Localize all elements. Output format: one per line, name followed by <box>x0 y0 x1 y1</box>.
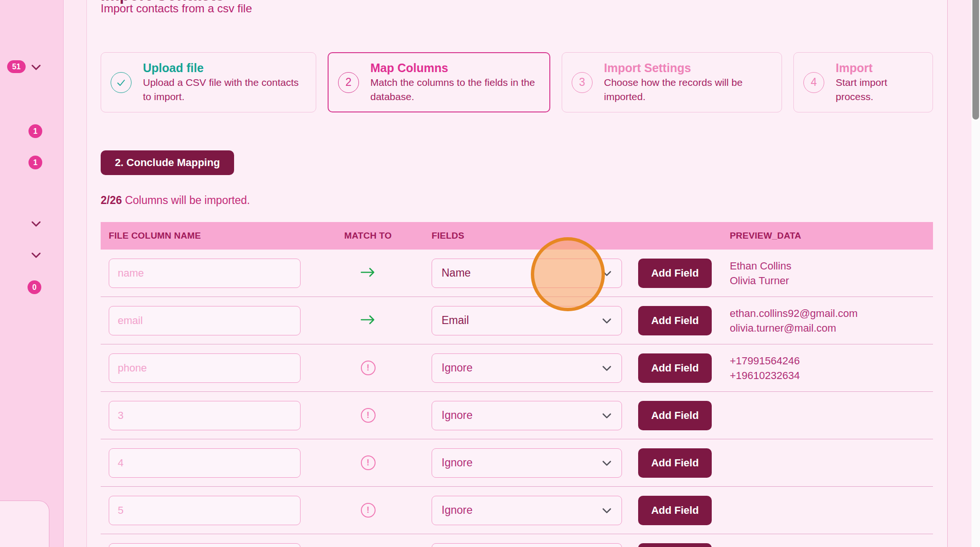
field-select-value: Ignore <box>442 504 472 517</box>
step-text: Upload file Upload a CSV file with the c… <box>143 61 306 104</box>
table-row: ! Ignore Add Field <box>101 392 933 439</box>
column-name-input[interactable] <box>109 543 301 547</box>
chevron-down-icon[interactable] <box>30 250 42 261</box>
preview-cell: +17991564246+19610232634 <box>718 353 933 383</box>
step-import[interactable]: 4 Import Start import process. <box>793 52 933 112</box>
field-select-value: Ignore <box>442 362 472 374</box>
match-warning-icon: ! <box>361 361 376 375</box>
chevron-down-icon[interactable] <box>30 218 42 230</box>
table-row: ! Ignore Add Field <box>101 439 933 487</box>
step-number-icon: 3 <box>572 72 593 93</box>
scrollbar[interactable] <box>971 0 980 547</box>
header-match-to: MATCH TO <box>309 231 427 241</box>
field-select[interactable]: Ignore <box>432 401 622 430</box>
add-field-button[interactable]: Add Field <box>638 306 712 335</box>
match-warning-icon: ! <box>361 503 376 518</box>
add-field-button[interactable]: Add Field <box>638 401 712 430</box>
add-field-button[interactable]: Add Field <box>638 259 712 288</box>
step-title: Map Columns <box>370 61 540 75</box>
sidebar-item-badge: 1 <box>28 124 42 138</box>
column-name-input[interactable] <box>109 448 301 478</box>
field-select[interactable]: Ignore <box>432 496 622 525</box>
match-cell: ! <box>309 314 427 327</box>
step-title: Import <box>836 61 923 75</box>
chevron-down-icon <box>601 409 613 422</box>
step-number-icon: 2 <box>338 72 359 93</box>
step-text: Import Start import process. <box>836 61 923 104</box>
add-field-button[interactable]: Add Field <box>638 353 712 383</box>
table-header-row: FILE COLUMN NAME MATCH TO FIELDS PREVIEW… <box>101 222 933 250</box>
match-cell: ! <box>309 455 427 470</box>
header-fields: FIELDS <box>427 231 638 241</box>
table-row: ! Ignore Add Field <box>101 487 933 534</box>
field-select[interactable]: Ignore <box>432 448 622 478</box>
preview-line: +17991564246 <box>730 353 933 368</box>
step-upload-file[interactable]: Upload file Upload a CSV file with the c… <box>101 52 316 112</box>
header-file-column-name: FILE COLUMN NAME <box>101 231 309 241</box>
sidebar-count-badge: 51 <box>7 60 26 73</box>
sidebar: 51 1 1 0 <box>0 0 64 547</box>
add-field-button[interactable]: Add Field <box>638 448 712 478</box>
table-row: ! Name Add Field Ethan CollinsOlivia Tur… <box>101 250 933 297</box>
preview-line: ethan.collins92@gmail.com <box>730 306 933 321</box>
step-text: Map Columns Match the columns to the fie… <box>370 61 540 104</box>
preview-line: olivia.turner@mail.com <box>730 321 933 335</box>
field-select-value: Email <box>442 314 469 327</box>
preview-cell: ethan.collins92@gmail.comolivia.turner@m… <box>718 306 933 335</box>
column-name-input[interactable] <box>109 353 301 383</box>
match-arrow-icon <box>360 314 376 327</box>
field-select[interactable]: Ignore <box>432 353 622 383</box>
columns-count-label: Columns will be imported. <box>122 194 250 206</box>
match-cell: ! <box>309 267 427 280</box>
table-body: ! Name Add Field Ethan CollinsOlivia Tur… <box>101 250 933 534</box>
right-edge-strip <box>947 0 971 547</box>
table-row-partial <box>101 534 933 547</box>
add-field-button[interactable]: Add Field <box>638 496 712 525</box>
chevron-down-icon <box>601 457 613 469</box>
step-description: Match the columns to the fields in the d… <box>370 75 540 104</box>
column-name-input[interactable] <box>109 401 301 430</box>
field-select[interactable] <box>432 543 622 547</box>
import-progress-text: 2/26 Columns will be imported. <box>101 194 250 207</box>
step-description: Start import process. <box>836 75 923 104</box>
add-field-button[interactable] <box>638 543 712 547</box>
column-name-input[interactable] <box>109 496 301 525</box>
import-wizard-page: 51 1 1 0 Import Contacts Import contacts… <box>0 0 980 547</box>
column-name-input[interactable] <box>109 259 301 288</box>
sidebar-bottom-panel <box>0 501 49 547</box>
preview-line: Olivia Turner <box>730 273 933 288</box>
field-select[interactable]: Email <box>432 306 622 335</box>
chevron-down-icon <box>601 267 613 279</box>
main-content: Import Contacts Import contacts from a c… <box>87 0 947 547</box>
step-map-columns[interactable]: 2 Map Columns Match the columns to the f… <box>328 52 550 112</box>
sidebar-item-badge: 1 <box>28 156 42 169</box>
match-warning-icon: ! <box>361 408 376 423</box>
page-subtitle: Import contacts from a csv file <box>101 2 252 15</box>
match-cell: ! <box>309 361 427 375</box>
column-mapping-table: FILE COLUMN NAME MATCH TO FIELDS PREVIEW… <box>101 222 933 547</box>
wizard-steps: Upload file Upload a CSV file with the c… <box>101 52 933 112</box>
chevron-down-icon[interactable] <box>30 62 42 73</box>
step-number-icon: 4 <box>803 72 824 93</box>
match-cell: ! <box>309 408 427 423</box>
header-preview-data: PREVIEW_DATA <box>718 231 933 241</box>
check-icon <box>111 72 132 93</box>
field-select[interactable]: Name <box>432 259 622 288</box>
field-select-value: Ignore <box>442 409 472 422</box>
field-select-value: Ignore <box>442 456 472 469</box>
table-row: ! Ignore Add Field +17991564246+19610232… <box>101 344 933 392</box>
conclude-mapping-button[interactable]: 2. Conclude Mapping <box>101 150 234 175</box>
step-description: Choose how the records will be imported. <box>604 75 772 104</box>
step-text: Import Settings Choose how the records w… <box>604 61 772 104</box>
sidebar-item-badge: 0 <box>28 280 41 294</box>
step-import-settings[interactable]: 3 Import Settings Choose how the records… <box>562 52 782 112</box>
chevron-down-icon <box>601 362 613 374</box>
column-name-input[interactable] <box>109 306 301 335</box>
columns-count: 2/26 <box>101 194 122 206</box>
match-cell: ! <box>309 503 427 518</box>
match-warning-icon: ! <box>361 455 376 470</box>
step-title: Import Settings <box>604 61 772 75</box>
scrollbar-thumb[interactable] <box>972 0 979 120</box>
sidebar-secondary-strip <box>64 0 87 547</box>
table-row: ! Email Add Field ethan.collins92@gmail.… <box>101 297 933 344</box>
